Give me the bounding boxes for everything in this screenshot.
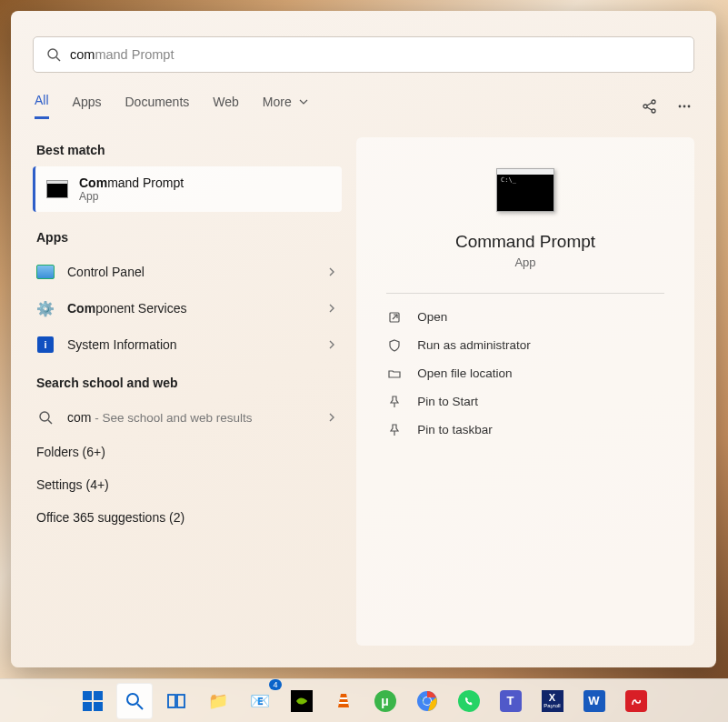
detail-subtitle: App <box>514 256 535 269</box>
svg-rect-18 <box>168 695 175 707</box>
mail-icon: 📧 <box>248 689 272 713</box>
taskbar-word[interactable]: W <box>576 683 613 719</box>
action-pin-to-start[interactable]: Pin to Start <box>386 387 663 416</box>
more-options-icon[interactable] <box>676 98 693 115</box>
svg-point-8 <box>683 105 686 107</box>
app-result-component-services[interactable]: ⚙️ Component Services <box>33 290 342 326</box>
tab-documents[interactable]: Documents <box>125 95 189 118</box>
search-icon <box>125 691 145 711</box>
action-run-as-admin[interactable]: Run as administrator <box>386 331 663 359</box>
taskbar-utorrent[interactable]: μ <box>367 683 404 719</box>
tab-more-label: More <box>263 95 292 109</box>
teams-icon: T <box>500 690 522 712</box>
chevron-right-icon <box>327 339 336 350</box>
taskbar-search-button[interactable] <box>116 683 153 719</box>
search-typed: com <box>70 47 95 62</box>
svg-line-1 <box>56 57 60 61</box>
taskbar-start-button[interactable] <box>75 683 111 719</box>
system-information-icon: i <box>37 336 54 353</box>
section-apps: Apps <box>33 225 342 254</box>
chrome-icon <box>416 690 438 712</box>
best-match-subtitle: App <box>79 190 184 203</box>
mail-badge: 4 <box>269 679 281 690</box>
filter-tabs: All Apps Documents Web More <box>33 93 694 119</box>
svg-point-0 <box>48 49 57 58</box>
nvidia-icon <box>291 690 313 712</box>
search-icon <box>38 410 53 425</box>
action-label: Open <box>417 310 447 324</box>
svg-line-5 <box>647 103 652 105</box>
section-folders[interactable]: Folders (6+) <box>33 436 342 468</box>
search-box[interactable]: command Prompt <box>33 36 694 73</box>
tab-apps[interactable]: Apps <box>73 95 102 118</box>
taskbar-mail[interactable]: 📧 4 <box>242 683 278 719</box>
svg-point-7 <box>679 105 682 107</box>
section-office365[interactable]: Office 365 suggestions (2) <box>33 501 342 534</box>
action-label: Pin to taskbar <box>417 423 493 436</box>
share-icon[interactable] <box>642 98 658 115</box>
taskbar-payroll[interactable]: XPayroll <box>534 683 571 719</box>
payroll-icon: XPayroll <box>542 690 563 712</box>
utorrent-icon: μ <box>374 690 396 712</box>
start-search-panel: command Prompt All Apps Documents Web Mo… <box>11 11 716 667</box>
chevron-right-icon <box>327 303 336 314</box>
command-prompt-icon <box>496 168 554 212</box>
taskbar-whatsapp[interactable] <box>451 683 487 719</box>
section-search-web: Search school and web <box>33 370 342 399</box>
web-search-result[interactable]: com - See school and web results <box>33 399 342 436</box>
taskbar-vlc[interactable] <box>325 683 362 719</box>
taskbar-acrobat[interactable] <box>618 683 654 719</box>
best-match-result[interactable]: Command Prompt App <box>33 166 342 212</box>
svg-point-9 <box>688 105 691 107</box>
list-item-label: System Information <box>67 337 314 352</box>
pin-icon <box>388 424 401 436</box>
action-open[interactable]: Open <box>386 303 663 331</box>
list-item-label: Component Services <box>67 301 314 316</box>
whatsapp-icon <box>458 690 480 712</box>
search-autocomplete: mand Prompt <box>95 47 174 62</box>
open-icon <box>388 311 401 324</box>
tab-all[interactable]: All <box>35 93 49 119</box>
component-services-icon: ⚙️ <box>36 300 55 317</box>
search-text: command Prompt <box>70 47 174 62</box>
section-best-match: Best match <box>33 137 342 166</box>
divider <box>386 293 663 294</box>
chevron-right-icon <box>327 266 336 277</box>
app-result-system-information[interactable]: i System Information <box>33 326 342 363</box>
taskbar-file-explorer[interactable]: 📁 <box>200 683 236 719</box>
taskbar-chrome[interactable] <box>409 683 445 719</box>
acrobat-icon <box>625 690 647 712</box>
taskbar-task-view[interactable] <box>158 683 194 719</box>
web-search-label: com - See school and web results <box>67 410 314 425</box>
chevron-down-icon <box>299 97 308 106</box>
folder-icon: 📁 <box>206 689 230 713</box>
list-item-label: Control Panel <box>67 265 314 279</box>
action-label: Open file location <box>417 366 512 380</box>
results-column: Best match Command Prompt App Apps Contr… <box>33 137 342 646</box>
windows-logo-icon <box>83 691 103 711</box>
control-panel-icon <box>36 265 55 279</box>
command-prompt-icon <box>46 180 68 198</box>
app-result-control-panel[interactable]: Control Panel <box>33 254 342 290</box>
action-label: Run as administrator <box>417 338 531 352</box>
vlc-icon <box>334 691 354 711</box>
search-icon <box>46 47 61 62</box>
detail-panel: Command Prompt App Open Run as administr… <box>356 137 694 646</box>
svg-point-3 <box>652 100 655 104</box>
word-icon: W <box>583 690 605 712</box>
svg-point-16 <box>127 694 138 705</box>
taskbar-nvidia[interactable] <box>284 683 320 719</box>
tab-more[interactable]: More <box>263 95 308 118</box>
task-view-icon <box>166 691 186 711</box>
tab-web[interactable]: Web <box>213 95 239 118</box>
svg-rect-19 <box>177 695 184 707</box>
taskbar-teams[interactable]: T <box>493 683 529 719</box>
svg-point-4 <box>652 109 655 113</box>
svg-line-17 <box>137 704 143 709</box>
action-open-file-location[interactable]: Open file location <box>386 359 663 387</box>
svg-rect-20 <box>340 697 347 699</box>
action-pin-to-taskbar[interactable]: Pin to taskbar <box>386 416 663 444</box>
chevron-right-icon <box>327 412 336 423</box>
section-settings[interactable]: Settings (4+) <box>33 468 342 501</box>
svg-point-10 <box>40 412 49 421</box>
